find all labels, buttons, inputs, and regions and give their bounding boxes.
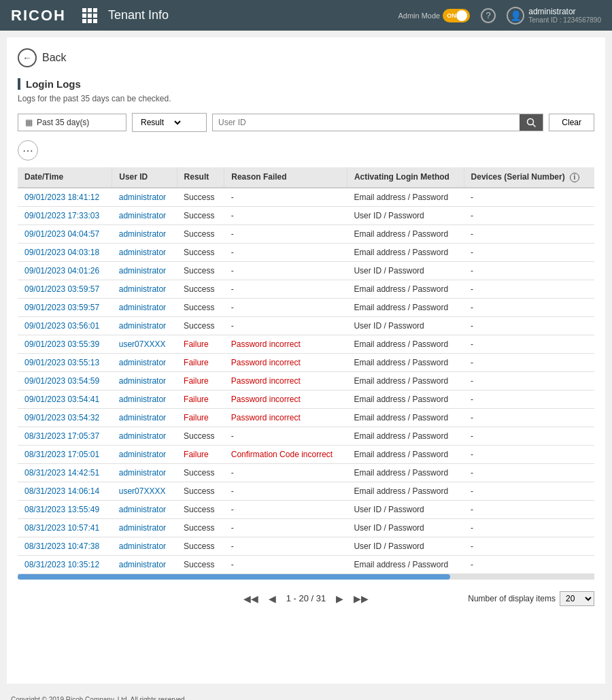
- cell-device: -: [464, 188, 594, 207]
- cell-datetime: 08/31/2023 10:57:41: [18, 518, 112, 537]
- cell-login-method: User ID / Password: [347, 261, 464, 280]
- date-filter-button[interactable]: ▦ Past 35 day(s): [18, 114, 126, 131]
- cell-result: Success: [177, 427, 224, 445]
- page-subtitle: Logs for the past 35 days can be checked…: [18, 94, 594, 103]
- cell-datetime: 08/31/2023 14:06:14: [18, 482, 112, 500]
- user-icon-area[interactable]: 👤 administrator Tenant ID : 1234567890: [507, 7, 601, 24]
- scroll-bar-thumb: [18, 574, 450, 580]
- table-row: 08/31/2023 17:05:01 administrator Failur…: [18, 445, 594, 463]
- cell-login-method: Email address / Password: [347, 335, 464, 353]
- cell-device: -: [464, 261, 594, 280]
- result-dropdown[interactable]: Result Success Failure: [132, 113, 207, 132]
- cell-device: -: [464, 206, 594, 224]
- search-input[interactable]: [213, 114, 520, 131]
- user-name: administrator: [528, 7, 601, 16]
- cell-datetime: 08/31/2023 13:55:49: [18, 500, 112, 518]
- grid-icon[interactable]: [82, 8, 97, 23]
- next-page-button[interactable]: ▶: [331, 590, 347, 607]
- cell-userid: administrator: [112, 353, 177, 371]
- cell-datetime: 08/31/2023 17:05:01: [18, 445, 112, 463]
- last-page-button[interactable]: ▶▶: [353, 590, 369, 607]
- cell-userid: administrator: [112, 371, 177, 390]
- cell-login-method: Email address / Password: [347, 353, 464, 371]
- cell-reason-failed: Password incorrect: [224, 371, 347, 390]
- cell-userid: administrator: [112, 224, 177, 243]
- cell-device: -: [464, 280, 594, 298]
- cell-reason-failed: -: [224, 427, 347, 445]
- cell-userid: administrator: [112, 555, 177, 573]
- cell-login-method: Email address / Password: [347, 463, 464, 482]
- admin-mode-label: Admin Mode: [398, 12, 440, 20]
- filter-icon: ▦: [25, 118, 33, 127]
- cell-userid: administrator: [112, 445, 177, 463]
- table-row: 08/31/2023 14:06:14 user07XXXX Success -…: [18, 482, 594, 500]
- cell-userid: user07XXXX: [112, 335, 177, 353]
- cell-result: Success: [177, 482, 224, 500]
- table-header-row: Date/Time User ID Result Reason Failed A…: [18, 167, 594, 188]
- cell-datetime: 09/01/2023 04:01:26: [18, 261, 112, 280]
- cell-device: -: [464, 390, 594, 408]
- cell-device: -: [464, 500, 594, 518]
- cell-result: Failure: [177, 390, 224, 408]
- cell-reason-failed: -: [224, 482, 347, 500]
- ricoh-logo: RICOH: [11, 7, 66, 24]
- cell-device: -: [464, 482, 594, 500]
- page-range: 1 - 20 / 31: [286, 593, 326, 603]
- scroll-bar-area[interactable]: [18, 574, 594, 580]
- display-count-area: Number of display items 20 10 50 100: [468, 591, 594, 606]
- cell-userid: administrator: [112, 463, 177, 482]
- cell-login-method: User ID / Password: [347, 206, 464, 224]
- cell-login-method: Email address / Password: [347, 298, 464, 316]
- cell-login-method: Email address / Password: [347, 482, 464, 500]
- col-reason-failed: Reason Failed: [224, 167, 347, 188]
- cell-userid: administrator: [112, 537, 177, 555]
- cell-login-method: Email address / Password: [347, 243, 464, 261]
- first-page-button[interactable]: ◀◀: [243, 590, 259, 607]
- admin-mode-toggle[interactable]: Admin Mode ON: [398, 9, 470, 22]
- header-title: Tenant Info: [108, 8, 388, 22]
- display-count-select[interactable]: 20 10 50 100: [560, 591, 594, 606]
- cell-reason-failed: -: [224, 537, 347, 555]
- result-select-input[interactable]: Result Success Failure: [138, 117, 183, 128]
- back-button[interactable]: ← Back: [18, 48, 594, 67]
- cell-datetime: 09/01/2023 03:59:57: [18, 298, 112, 316]
- cell-device: -: [464, 427, 594, 445]
- toggle-switch[interactable]: ON: [443, 9, 470, 22]
- table-row: 09/01/2023 03:54:41 administrator Failur…: [18, 390, 594, 408]
- table-row: 09/01/2023 04:01:26 administrator Succes…: [18, 261, 594, 280]
- cell-userid: administrator: [112, 206, 177, 224]
- clear-button[interactable]: Clear: [549, 114, 594, 131]
- cell-device: -: [464, 463, 594, 482]
- table-row: 09/01/2023 03:54:59 administrator Failur…: [18, 371, 594, 390]
- cell-datetime: 08/31/2023 10:35:12: [18, 555, 112, 573]
- cell-reason-failed: -: [224, 463, 347, 482]
- copyright-text: Copyright © 2019 Ricoh Company, Ltd. All…: [11, 696, 186, 700]
- cell-userid: administrator: [112, 408, 177, 427]
- cell-reason-failed: -: [224, 298, 347, 316]
- cell-userid: administrator: [112, 316, 177, 335]
- cell-reason-failed: -: [224, 188, 347, 207]
- cell-device: -: [464, 353, 594, 371]
- more-options-button[interactable]: ⋯: [18, 140, 38, 161]
- svg-line-1: [533, 124, 536, 127]
- search-container: [212, 114, 543, 131]
- cell-login-method: Email address / Password: [347, 445, 464, 463]
- cell-reason-failed: -: [224, 280, 347, 298]
- prev-page-button[interactable]: ◀: [265, 590, 281, 607]
- table-row: 09/01/2023 03:59:57 administrator Succes…: [18, 280, 594, 298]
- cell-login-method: Email address / Password: [347, 408, 464, 427]
- cell-result: Success: [177, 555, 224, 573]
- cell-login-method: Email address / Password: [347, 280, 464, 298]
- cell-datetime: 09/01/2023 04:04:57: [18, 224, 112, 243]
- devices-info-icon[interactable]: i: [570, 173, 579, 182]
- cell-login-method: User ID / Password: [347, 537, 464, 555]
- cell-login-method: Email address / Password: [347, 371, 464, 390]
- table-row: 09/01/2023 03:59:57 administrator Succes…: [18, 298, 594, 316]
- user-info: administrator Tenant ID : 1234567890: [528, 7, 601, 24]
- help-icon[interactable]: ?: [481, 8, 496, 23]
- tenant-id: Tenant ID : 1234567890: [528, 16, 601, 24]
- search-button[interactable]: [520, 114, 543, 131]
- cell-userid: administrator: [112, 280, 177, 298]
- cell-datetime: 08/31/2023 10:47:38: [18, 537, 112, 555]
- cell-userid: administrator: [112, 500, 177, 518]
